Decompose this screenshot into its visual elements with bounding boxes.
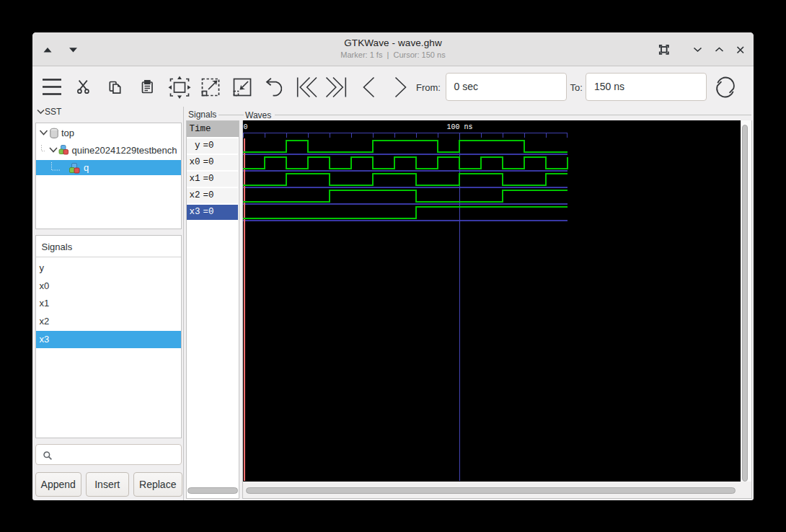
svg-text:100 ns: 100 ns <box>446 123 472 131</box>
svg-text:0: 0 <box>243 123 247 131</box>
